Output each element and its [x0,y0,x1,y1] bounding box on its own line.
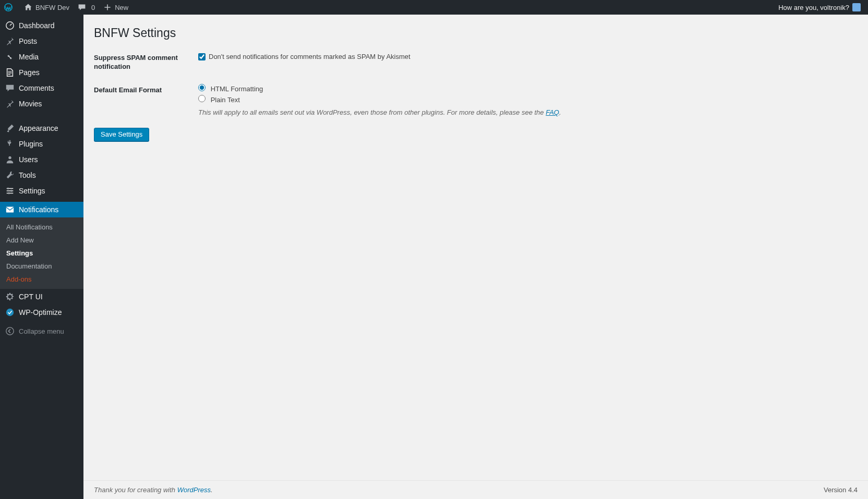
sliders-icon [5,186,15,196]
suppress-spam-checkbox-label: Don't send notifications for comments ma… [209,52,411,62]
sidebar-item-label: Posts [19,37,78,45]
submenu-item-add-new[interactable]: Add New [0,234,83,247]
save-settings-button[interactable]: Save Settings [94,128,149,141]
sidebar-item-movies[interactable]: Movies [0,96,83,112]
sidebar-item-users[interactable]: Users [0,152,83,167]
media-icon [5,52,15,62]
plug-icon [5,139,15,149]
notifications-submenu: All NotificationsAdd NewSettingsDocument… [0,217,83,289]
user-icon [5,155,15,164]
wordpress-icon [4,3,13,11]
sidebar-item-label: Comments [19,84,78,92]
sidebar-item-media[interactable]: Media [0,49,83,65]
admin-footer: Thank you for creating with WordPress. V… [83,480,868,499]
wp-logo[interactable] [0,0,20,15]
new-content-link[interactable]: New [99,0,132,15]
comments-link[interactable]: 0 [74,0,99,15]
sidebar-item-label: Dashboard [19,21,78,30]
email-format-plain-wrap[interactable]: Plain Text [198,95,852,105]
email-format-html-label: HTML Formatting [211,85,263,93]
sidebar-item-plugins[interactable]: Plugins [0,136,83,152]
avatar [852,3,861,11]
sidebar-item-label: Plugins [19,140,78,148]
sidebar-item-label: Movies [19,100,78,108]
greeting-text: How are you, voltronik? [778,4,849,11]
home-icon [24,3,32,11]
sidebar-item-appearance[interactable]: Appearance [0,120,83,136]
submenu-item-add-ons[interactable]: Add-ons [0,273,83,286]
faq-link[interactable]: FAQ [546,108,559,116]
suppress-spam-checkbox[interactable] [198,53,206,60]
sidebar-item-dashboard[interactable]: Dashboard [0,18,83,33]
sidebar-item-tools[interactable]: Tools [0,167,83,183]
sidebar-item-label: Notifications [19,205,78,214]
sidebar-item-label: Appearance [19,124,78,132]
email-format-html-wrap[interactable]: HTML Formatting [198,84,852,94]
email-format-plain-radio[interactable] [198,95,206,102]
new-label: New [115,4,128,11]
comment-icon [5,83,15,93]
sidebar-item-label: Users [19,155,78,164]
sidebar-item-cptui[interactable]: CPT UI [0,289,83,305]
email-format-html-radio[interactable] [198,84,206,91]
wordpress-link[interactable]: WordPress [177,486,211,494]
page-icon [5,68,15,77]
sidebar-item-label: Pages [19,68,78,77]
pin-icon [5,36,15,46]
suppress-spam-checkbox-wrap[interactable]: Don't send notifications for comments ma… [198,52,411,62]
collapse-label: Collapse menu [19,327,78,335]
settings-form: Suppress SPAM comment notification Don't… [94,50,858,128]
sidebar-item-notifications[interactable]: Notifications [0,202,83,217]
submenu-item-documentation[interactable]: Documentation [0,260,83,273]
sidebar-item-posts[interactable]: Posts [0,33,83,49]
submenu-item-all-notifications[interactable]: All Notifications [0,221,83,234]
sidebar-item-settings[interactable]: Settings [0,183,83,199]
submenu-item-settings[interactable]: Settings [0,247,83,260]
collapse-menu-button[interactable]: Collapse menu [0,323,83,339]
email-format-description: This will apply to all emails sent out v… [198,107,852,118]
mail-icon [5,205,15,214]
admin-menu: DashboardPostsMediaPagesCommentsMovies A… [0,15,83,499]
content-area: BNFW Settings Suppress SPAM comment noti… [83,15,868,499]
wrench-icon [5,171,15,180]
sidebar-item-label: Tools [19,171,78,179]
check-circle-icon [5,308,15,317]
row-email-format-label: Default Email Format [94,82,198,128]
gear-icon [5,292,15,301]
collapse-icon [5,326,15,336]
sidebar-item-comments[interactable]: Comments [0,80,83,96]
sidebar-item-label: CPT UI [19,293,78,301]
dashboard-icon [5,21,15,30]
sidebar-item-label: WP-Optimize [19,308,78,317]
footer-thankyou: Thank you for creating with WordPress. [94,486,213,494]
sidebar-item-label: Media [19,53,78,61]
sidebar-item-wpopt[interactable]: WP-Optimize [0,305,83,320]
page-title: BNFW Settings [94,26,858,40]
comments-count: 0 [91,4,95,11]
admin-bar: BNFW Dev 0 New How are you, voltronik? [0,0,868,15]
pin-icon [5,99,15,108]
sidebar-item-label: Settings [19,187,78,195]
footer-version: Version 4.4 [824,486,858,494]
site-name-link[interactable]: BNFW Dev [20,0,74,15]
plus-icon [103,3,112,11]
row-suppress-spam-label: Suppress SPAM comment notification [94,50,198,82]
my-account-link[interactable]: How are you, voltronik? [774,0,865,15]
brush-icon [5,124,15,133]
comment-icon [78,3,86,11]
email-format-plain-label: Plain Text [211,96,240,104]
sidebar-item-pages[interactable]: Pages [0,65,83,80]
site-name-label: BNFW Dev [35,4,69,11]
